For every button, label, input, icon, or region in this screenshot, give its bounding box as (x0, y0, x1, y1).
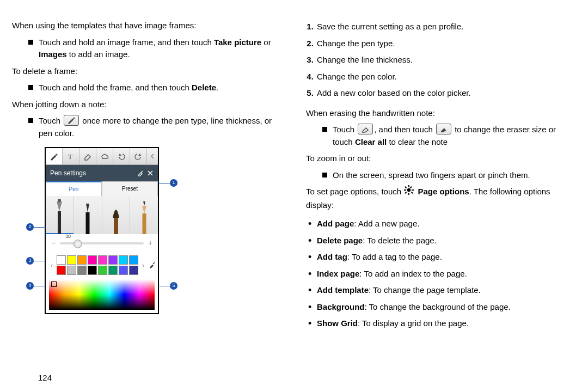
svg-rect-6 (412, 189, 414, 191)
color-swatch (129, 266, 138, 275)
list-text: Touch and hold an image frame, and then … (39, 36, 282, 61)
para: When using the templates that have image… (12, 20, 282, 32)
tool-cloud-icon (96, 148, 113, 164)
color-swatch (57, 266, 66, 275)
para: To set page options, touch Page options.… (306, 186, 576, 211)
chevron-left-icon: ‹ (48, 260, 56, 271)
callout-5: 5 (158, 282, 177, 290)
tool-undo-icon (113, 148, 130, 164)
bullet-icon (322, 127, 327, 132)
tool-text-icon: T (63, 148, 79, 164)
para: To delete a frame: (12, 65, 282, 78)
note-toolbar: T (46, 148, 158, 165)
pen-type-brush (102, 196, 131, 234)
list-text: Touch once more to change the pen type, … (39, 115, 282, 139)
list-item: Change the pen type. (316, 36, 576, 53)
list-item: Touch once more to change the pen type, … (12, 115, 282, 139)
color-swatch (108, 266, 118, 275)
svg-rect-9 (410, 186, 412, 188)
bullet-icon (28, 40, 33, 45)
pen-type-ballpoint (74, 196, 102, 234)
tool-eraser-icon (79, 148, 96, 164)
svg-rect-3 (408, 185, 409, 187)
svg-rect-10 (405, 192, 407, 194)
left-column: When using the templates that have image… (0, 0, 294, 392)
pen-button-icon (64, 115, 79, 126)
eraser-settings-icon (436, 124, 451, 134)
plus-icon: + (147, 237, 154, 249)
color-swatch (108, 255, 118, 265)
bullet-icon (28, 118, 33, 123)
numbered-list: Save the current setting as a pen profil… (306, 20, 576, 103)
svg-rect-4 (408, 193, 409, 195)
manual-page: When using the templates that have image… (0, 0, 588, 392)
save-profile-icon (137, 170, 144, 176)
list-item: Delete page: To delete the page. (308, 232, 576, 249)
para: When erasing the handwritten note: (306, 107, 576, 120)
list-item: Touch and hold an image frame, and then … (12, 36, 282, 61)
right-column: Save the current setting as a pen profil… (294, 0, 588, 392)
color-swatch (98, 255, 107, 265)
color-swatch (98, 266, 107, 275)
color-swatch (57, 255, 66, 265)
slider-thumb (74, 240, 82, 248)
eraser-icon (358, 124, 373, 134)
options-list: Add page: Add a new page. Delete page: T… (306, 216, 576, 332)
list-item: Add template: To change the page templat… (308, 282, 576, 299)
svg-text:T: T (68, 152, 72, 161)
minus-icon: − (50, 237, 57, 249)
color-swatch (119, 255, 128, 265)
svg-point-1 (58, 199, 61, 202)
gear-icon (404, 185, 414, 199)
slider-track (60, 242, 144, 244)
color-swatches: ‹ › (46, 254, 158, 277)
list-text: Touch and hold the frame, and then touch… (39, 82, 282, 94)
bullet-icon (322, 173, 327, 177)
bullet-icon (28, 85, 33, 90)
list-item: Index page: To add an index to the page. (308, 266, 576, 283)
svg-rect-5 (404, 189, 406, 191)
color-swatch (119, 266, 128, 275)
list-item: On the screen, spread two fingers apart … (306, 169, 576, 182)
pen-type-row (46, 196, 158, 234)
pen-type-fountain (46, 196, 74, 234)
page-number: 124 (38, 373, 52, 382)
list-item: Change the pen color. (316, 70, 576, 87)
svg-rect-7 (405, 186, 407, 188)
list-item: Touch and hold the frame, and then touch… (12, 82, 282, 94)
callout-3: 3 (26, 257, 46, 265)
pen-type-pencil (130, 196, 158, 234)
callout-2: 2 (26, 223, 46, 231)
pen-settings-panel: T Pen settings Pen Preset (45, 147, 159, 314)
thickness-slider: 30 − + (46, 234, 158, 254)
para: To zoom in or out: (306, 152, 576, 165)
list-item: Show Grid: To display a grid on the page… (308, 315, 576, 332)
tab-preset: Preset (102, 181, 158, 196)
color-swatch (67, 255, 76, 265)
list-item: Change the line thickness. (316, 53, 576, 70)
tool-redo-icon (130, 148, 147, 164)
list-item: Save the current setting as a pen profil… (316, 20, 576, 36)
pen-settings-figure: T Pen settings Pen Preset (45, 147, 164, 314)
list-item: Add page: Add a new page. (308, 216, 576, 232)
close-icon (147, 170, 154, 176)
callout-1: 1 (158, 179, 177, 187)
color-swatch (88, 255, 97, 265)
chevron-right-icon: › (139, 260, 147, 271)
list-text: Touch , and then touch to change the era… (333, 124, 576, 148)
list-item: Add a new color based on the color picke… (316, 86, 576, 103)
list-item: Touch , and then touch to change the era… (306, 124, 576, 148)
tab-pen: Pen (46, 181, 102, 196)
list-item: Background: To change the background of … (308, 299, 576, 316)
callout-4: 4 (26, 282, 46, 290)
popup-title: Pen settings (50, 168, 86, 178)
color-swatch (129, 255, 138, 265)
list-item: Add tag: To add a tag to the page. (308, 249, 576, 266)
spectrum-cursor (51, 281, 57, 287)
tool-pen-icon (46, 148, 63, 164)
thickness-value: 30 (65, 233, 71, 241)
swatch-grid (57, 255, 138, 275)
para: When jotting down a note: (12, 99, 282, 111)
tool-collapse-icon (147, 148, 158, 164)
svg-point-2 (407, 188, 411, 192)
